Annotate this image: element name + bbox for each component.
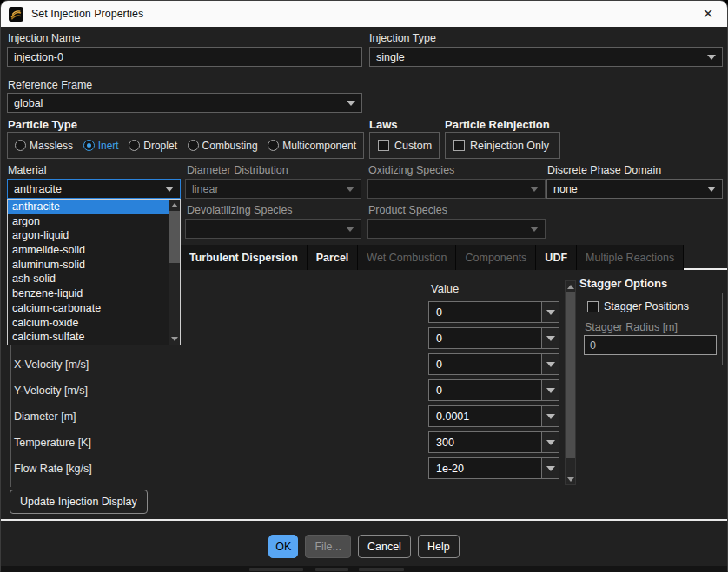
devolatilizing-species-combo[interactable]: [185, 219, 361, 239]
property-row: X-Velocity [m/s] 0: [10, 352, 565, 378]
particle-type-radio[interactable]: Massless: [15, 140, 73, 152]
dropdown-arrow-icon[interactable]: [541, 354, 559, 374]
tab-bar: Turbulent DispersionParcelWet Combustion…: [181, 245, 727, 270]
stagger-positions-row: Stagger Positions: [587, 300, 689, 312]
property-row: Y-Velocity [m/s] 0: [10, 378, 565, 404]
tab[interactable]: Turbulent Dispersion: [181, 245, 308, 270]
file-button[interactable]: File...: [305, 535, 351, 558]
reinjection-only-checkbox[interactable]: [453, 140, 465, 151]
property-label: Flow Rate [kg/s]: [14, 463, 92, 475]
property-row: Flow Rate [kg/s] 1e-20: [10, 456, 565, 482]
injection-type-combo[interactable]: single: [369, 47, 723, 67]
scrollbar-thumb[interactable]: [169, 211, 180, 263]
value-column-header: Value: [431, 282, 459, 295]
chevron-down-icon: [346, 187, 354, 192]
particle-reinjection-group: Reinjection Only: [445, 132, 560, 159]
material-label: Material: [8, 164, 46, 176]
product-species-combo[interactable]: [367, 219, 546, 239]
material-option[interactable]: calcium-sulfate: [8, 330, 180, 345]
dropdown-arrow-icon[interactable]: [541, 328, 559, 348]
diameter-distribution-label: Diameter Distribution: [187, 164, 288, 176]
particle-type-radio[interactable]: Inert: [83, 140, 119, 152]
value-field[interactable]: 1e-20: [428, 457, 559, 479]
material-option[interactable]: aluminum-solid: [8, 258, 180, 273]
scroll-down-icon[interactable]: [566, 474, 575, 484]
property-label: Y-Velocity [m/s]: [14, 385, 88, 397]
dropdown-arrow-icon[interactable]: [541, 432, 559, 452]
chevron-down-icon: [707, 187, 716, 192]
injection-name-label: Injection Name: [8, 32, 80, 44]
custom-checkbox[interactable]: [378, 140, 389, 151]
help-button[interactable]: Help: [418, 535, 460, 558]
scroll-down-icon[interactable]: [169, 333, 180, 345]
material-option[interactable]: argon: [8, 214, 180, 229]
dialog-buttons: OK File... Cancel Help: [1, 535, 727, 558]
material-combo[interactable]: anthracite: [7, 179, 181, 199]
injection-type-label: Injection Type: [369, 32, 436, 44]
tab[interactable]: Components: [456, 245, 536, 270]
value-field[interactable]: 0: [428, 327, 559, 349]
close-icon[interactable]: ✕: [697, 6, 719, 22]
dropdown-scrollbar[interactable]: [169, 200, 180, 345]
material-option[interactable]: anthracite: [8, 200, 180, 214]
dropdown-arrow-icon[interactable]: [541, 406, 559, 426]
oxidizing-species-combo[interactable]: [367, 179, 546, 199]
title-bar[interactable]: Set Injection Properties ✕: [1, 1, 727, 27]
scroll-up-icon[interactable]: [169, 200, 180, 211]
dropdown-arrow-icon[interactable]: [541, 380, 559, 400]
table-scrollbar[interactable]: [565, 280, 576, 485]
value-field[interactable]: 300: [428, 431, 559, 453]
discrete-phase-domain-combo[interactable]: none: [546, 179, 723, 199]
reference-frame-combo[interactable]: global: [7, 93, 362, 113]
injection-name-input[interactable]: injection-0: [7, 47, 362, 67]
dropdown-arrow-icon[interactable]: [541, 458, 559, 478]
particle-type-radio[interactable]: Combusting: [188, 140, 258, 152]
chevron-down-icon: [707, 55, 716, 60]
window-title: Set Injection Properties: [31, 8, 143, 20]
reference-frame-label: Reference Frame: [8, 79, 92, 91]
property-row: Diameter [m] 0.0001: [10, 404, 565, 430]
stagger-positions-checkbox[interactable]: [587, 301, 599, 312]
radio-icon: [268, 140, 279, 151]
tab[interactable]: Multiple Reactions: [577, 245, 684, 270]
material-option[interactable]: calcium-oxide: [8, 316, 180, 331]
property-row: Temperature [K] 300: [10, 430, 565, 456]
cancel-button[interactable]: Cancel: [358, 535, 411, 558]
stagger-radius-label: Stagger Radius [m]: [585, 321, 678, 333]
bottom-separator: [1, 519, 727, 521]
dropdown-arrow-icon[interactable]: [541, 302, 559, 322]
chevron-down-icon: [346, 227, 354, 232]
radio-icon: [83, 140, 95, 151]
radio-icon: [188, 140, 199, 151]
ok-button[interactable]: OK: [268, 535, 298, 558]
devolatilizing-species-label: Devolatilizing Species: [187, 204, 293, 216]
material-option[interactable]: ammelide-solid: [8, 243, 180, 258]
scrollbar-thumb[interactable]: [566, 292, 575, 458]
stagger-options-group: Stagger Positions Stagger Radius [m] 0: [579, 293, 723, 365]
particle-type-radio[interactable]: Droplet: [129, 140, 177, 152]
value-field[interactable]: 0.0001: [428, 405, 559, 427]
material-option[interactable]: ash-solid: [8, 272, 180, 286]
stagger-radius-input[interactable]: 0: [584, 335, 717, 355]
update-injection-display-button[interactable]: Update Injection Display: [10, 490, 148, 514]
reinjection-only-label: Reinjection Only: [470, 140, 549, 152]
stagger-positions-label: Stagger Positions: [604, 300, 689, 312]
tab[interactable]: Parcel: [308, 245, 359, 270]
particle-type-radio[interactable]: Multicomponent: [268, 140, 356, 152]
scroll-up-icon[interactable]: [566, 281, 575, 292]
material-option[interactable]: calcium-carbonate: [8, 301, 180, 316]
laws-group: Custom: [369, 132, 440, 159]
diameter-distribution-combo[interactable]: linear: [185, 179, 361, 199]
particle-type-title: Particle Type: [8, 118, 77, 131]
tab[interactable]: Wet Combustion: [358, 245, 456, 270]
custom-label: Custom: [394, 140, 432, 152]
value-field[interactable]: 0: [428, 379, 559, 401]
property-label: Temperature [K]: [14, 437, 91, 449]
value-field[interactable]: 0: [428, 301, 559, 323]
material-option[interactable]: argon-liquid: [8, 228, 180, 243]
material-option[interactable]: benzene-liquid: [8, 286, 180, 301]
value-field[interactable]: 0: [428, 353, 559, 375]
property-label: Diameter [m]: [14, 411, 76, 423]
oxidizing-species-label: Oxidizing Species: [368, 164, 454, 176]
tab[interactable]: UDF: [536, 245, 577, 270]
